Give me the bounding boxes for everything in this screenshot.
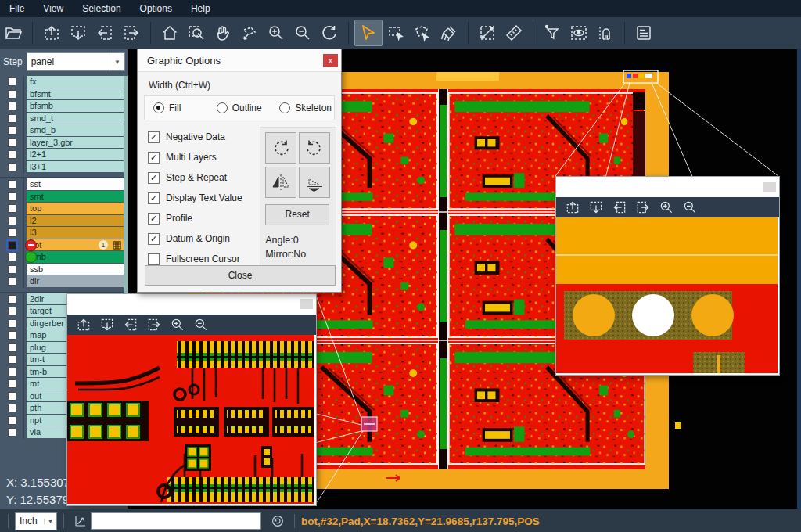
- rotate-ccw-icon[interactable]: [299, 132, 330, 164]
- zoom-out-icon[interactable]: [189, 315, 213, 334]
- pcb-zoom-view[interactable]: [556, 217, 779, 376]
- pan-down-icon[interactable]: [65, 20, 92, 45]
- layer-checkbox[interactable]: [8, 277, 16, 286]
- layer-row-active[interactable]: bot 1: [0, 239, 124, 252]
- zoom-previous-icon[interactable]: [316, 20, 343, 45]
- move-view-icon[interactable]: [236, 20, 263, 45]
- layer-checkbox[interactable]: [8, 416, 16, 425]
- chevron-down-icon[interactable]: ▼: [44, 519, 56, 524]
- snap-magnet-icon[interactable]: [592, 20, 619, 45]
- zoom-in-icon[interactable]: [263, 20, 289, 45]
- angle-mode-icon[interactable]: [70, 514, 91, 528]
- pan-right-icon[interactable]: [631, 198, 655, 217]
- clear-brush-icon[interactable]: [436, 20, 462, 45]
- zoom-out-icon[interactable]: [289, 20, 316, 45]
- command-input[interactable]: [91, 512, 261, 530]
- checkbox-multi-layers[interactable]: ✓Multi Layers: [138, 147, 260, 167]
- chevron-down-icon[interactable]: ▼: [110, 53, 124, 70]
- layer-row[interactable]: smb: [0, 251, 124, 264]
- radio-outline[interactable]: Outline: [217, 102, 271, 113]
- zoom-in-icon[interactable]: [655, 198, 678, 217]
- menu-view[interactable]: View: [34, 0, 73, 17]
- layer-name[interactable]: l3+1: [27, 161, 124, 173]
- menu-options[interactable]: Options: [131, 0, 181, 17]
- popup-titlebar[interactable]: [556, 177, 779, 197]
- pan-up-icon[interactable]: [38, 20, 65, 45]
- layer-checkbox[interactable]: [8, 102, 16, 110]
- layer-row[interactable]: bfsmt: [0, 88, 124, 101]
- popup-window-button[interactable]: [763, 182, 776, 192]
- layer-row[interactable]: l2+1: [0, 149, 124, 161]
- layer-checkbox[interactable]: [8, 307, 16, 315]
- checkbox-display-text-value[interactable]: ✓Display Text Value: [138, 188, 260, 208]
- select-cursor-icon[interactable]: [354, 20, 383, 46]
- radio-skeleton[interactable]: Skeleton: [279, 102, 334, 113]
- sync-icon[interactable]: [268, 514, 288, 528]
- step-dropdown[interactable]: panel ▼: [27, 52, 125, 71]
- layer-name[interactable]: bfsmb: [27, 100, 124, 112]
- layer-row[interactable]: sst: [0, 178, 124, 191]
- pan-left-icon[interactable]: [92, 20, 118, 45]
- pan-up-icon[interactable]: [561, 198, 584, 217]
- pan-down-icon[interactable]: [584, 198, 608, 217]
- layer-row[interactable]: ssb: [0, 264, 124, 276]
- layer-checkbox[interactable]: [8, 180, 16, 189]
- layer-checkbox[interactable]: [8, 295, 16, 304]
- layer-row[interactable]: bfsmb: [0, 100, 124, 113]
- checkbox-datum-origin[interactable]: ✓Datum & Origin: [138, 228, 260, 249]
- checkbox-profile[interactable]: ✓Profile: [138, 208, 260, 228]
- layer-row[interactable]: layer_3.gbr: [0, 137, 124, 149]
- radio-dot[interactable]: [279, 102, 290, 113]
- layer-checkbox[interactable]: [8, 355, 16, 364]
- pan-right-icon[interactable]: [142, 315, 166, 334]
- reset-button[interactable]: Reset: [265, 204, 329, 225]
- grid-icon[interactable]: [113, 241, 121, 250]
- home-view-icon[interactable]: [156, 20, 183, 45]
- layer-checkbox[interactable]: [8, 217, 16, 225]
- layer-name[interactable]: l2+1: [27, 149, 124, 160]
- layer-name[interactable]: top: [27, 203, 124, 214]
- layer-checkbox[interactable]: [8, 228, 16, 237]
- pan-down-icon[interactable]: [95, 315, 119, 334]
- layer-name[interactable]: bfsmt: [27, 88, 124, 100]
- ruler-icon[interactable]: [501, 20, 527, 45]
- radio-fill[interactable]: Fill: [153, 102, 208, 113]
- layer-row[interactable]: fx: [0, 76, 124, 88]
- layer-checkbox[interactable]: [8, 150, 16, 159]
- menu-file[interactable]: File: [0, 0, 34, 17]
- radio-dot[interactable]: [153, 102, 164, 113]
- layer-checkbox[interactable]: [8, 241, 16, 250]
- close-button[interactable]: Close: [145, 265, 336, 286]
- layer-name[interactable]: layer_3.gbr: [27, 137, 124, 149]
- layer-checkbox[interactable]: [8, 392, 16, 401]
- zoom-in-icon[interactable]: [166, 315, 189, 334]
- layer-checkbox[interactable]: [8, 265, 16, 274]
- unit-dropdown[interactable]: Inch ▼: [15, 512, 57, 530]
- layer-name[interactable]: dir: [27, 275, 124, 287]
- layer-row[interactable]: smd_t: [0, 113, 124, 125]
- popup-window-button[interactable]: [300, 299, 313, 309]
- select-polygon-icon[interactable]: [409, 20, 436, 45]
- layer-checkbox[interactable]: [8, 379, 16, 388]
- layer-name[interactable]: smb: [27, 251, 124, 263]
- mirror-vertical-icon[interactable]: [299, 167, 330, 198]
- checkbox-step-repeat[interactable]: ✓Step & Repeat: [138, 167, 260, 188]
- layer-checkbox[interactable]: [8, 404, 16, 412]
- layer-name[interactable]: smt: [27, 191, 124, 203]
- layer-checkbox[interactable]: [8, 77, 16, 86]
- pan-up-icon[interactable]: [72, 315, 95, 334]
- layer-checkbox[interactable]: [8, 253, 16, 261]
- layer-checkbox[interactable]: [8, 138, 16, 147]
- layer-name[interactable]: smd_b: [27, 124, 124, 136]
- pan-hand-icon[interactable]: [210, 20, 236, 45]
- layer-row[interactable]: l2: [0, 215, 124, 228]
- layer-row[interactable]: dir: [0, 275, 124, 288]
- pan-left-icon[interactable]: [119, 315, 142, 334]
- rotate-cw-icon[interactable]: [265, 132, 296, 164]
- view-box-icon[interactable]: [566, 20, 592, 45]
- menu-help[interactable]: Help: [181, 0, 220, 17]
- layer-checkbox[interactable]: [8, 114, 16, 123]
- layer-row[interactable]: l3: [0, 227, 124, 239]
- pan-right-icon[interactable]: [118, 20, 145, 45]
- layer-checkbox[interactable]: [8, 331, 16, 340]
